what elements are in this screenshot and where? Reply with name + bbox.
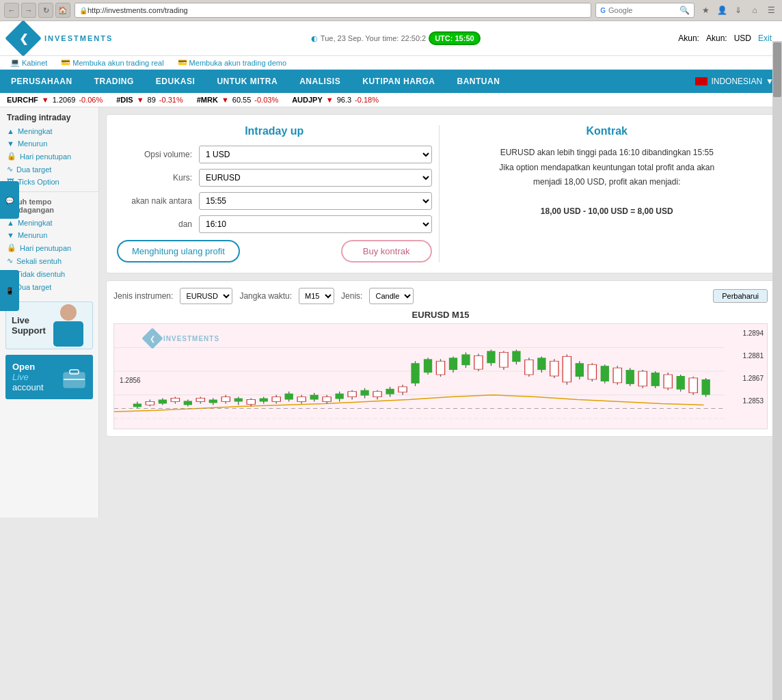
logo-icon: ❮ — [19, 32, 28, 45]
calculate-button[interactable]: Menghitung ulang profit — [117, 240, 240, 262]
nav-language[interactable]: INDONESIAN ▼ — [687, 70, 782, 93]
sidebar-item-dua-target1[interactable]: ∿ Dua target — [0, 163, 98, 176]
sidebar-item-menurun1[interactable]: ▼ Menurun — [0, 137, 98, 150]
menu-icon[interactable]: ☰ — [764, 3, 778, 17]
jangka-waktu-select[interactable]: M15 — [299, 288, 334, 304]
browser-chrome: ← → ↻ 🏠 🔒 http://investments.com/trading… — [0, 0, 782, 21]
bookmark-icon[interactable]: ★ — [699, 3, 712, 17]
svg-rect-99 — [689, 378, 697, 393]
home-nav-icon[interactable]: ⌂ — [748, 3, 761, 17]
chart-watermark: ❮ INVESTMENTS — [145, 331, 219, 346]
user-icon[interactable]: 👤 — [715, 3, 729, 17]
svg-rect-71 — [512, 351, 520, 362]
ticker-arrow: ▼ — [221, 96, 229, 104]
reload-button[interactable]: ↻ — [38, 3, 53, 18]
ticker-chg: -0.03% — [254, 96, 278, 104]
forward-button[interactable]: → — [21, 3, 36, 18]
svg-rect-53 — [399, 387, 407, 392]
price-mid-high: 1.2881 — [742, 352, 764, 360]
kurs-select[interactable]: EURUSD — [199, 169, 432, 187]
language-label: INDONESIAN — [711, 77, 762, 86]
svg-rect-57 — [424, 359, 432, 373]
dan-select[interactable]: 16:10 — [199, 215, 432, 233]
akan-naik-select[interactable]: 15:55 — [199, 192, 432, 210]
intraday-title: Intraday up — [117, 125, 432, 137]
time-text: Tue, 23 Sep. Your time: 22:50:2 — [321, 34, 426, 42]
svg-rect-81 — [576, 363, 584, 377]
svg-rect-65 — [474, 355, 483, 369]
jenis-instrumen-select[interactable]: EURUSD — [180, 288, 232, 304]
content-area: Intraday up Opsi volume: 1 USD Kurs: EUR… — [99, 107, 782, 517]
address-bar[interactable]: 🔒 http://investments.com/trading — [75, 3, 591, 18]
svg-rect-19 — [184, 401, 192, 405]
arrow-up-icon: ▲ — [7, 127, 14, 135]
wave-icon: ∿ — [7, 165, 13, 174]
svg-rect-85 — [601, 366, 609, 381]
nav-edukasi[interactable]: EDUKASI — [145, 70, 206, 93]
svg-rect-11 — [133, 403, 141, 407]
real-account-link[interactable]: 💳 Membuka akun trading real — [61, 58, 163, 67]
sidebar-item-hari-penutupan1[interactable]: 🔒 Hari penutupan — [0, 150, 98, 163]
opsi-volume-select[interactable]: 1 USD — [199, 146, 432, 163]
contract-line1: EURUSD akan lebih tinggi pada 16:10 diba… — [450, 146, 765, 161]
svg-rect-2 — [64, 373, 85, 388]
nav-trading[interactable]: TRADING — [83, 70, 145, 93]
akun-label2: Akun: — [706, 33, 727, 43]
contract-title: Kontrak — [450, 125, 765, 137]
svg-rect-51 — [386, 389, 394, 394]
nav-perusahaan[interactable]: PERUSAHAAN — [0, 70, 83, 93]
price-mid: 1.2867 — [742, 375, 764, 382]
flag-icon — [695, 77, 707, 85]
ticker-audjpy: AUDJPY ▼ 96.3 -0.18% — [292, 96, 379, 104]
scrollbar[interactable] — [772, 41, 782, 517]
kurs-label: Kurs: — [117, 173, 199, 183]
buy-kontrak-button[interactable]: Buy kontrak — [341, 240, 432, 262]
svg-rect-49 — [373, 392, 381, 397]
nav-untuk-mitra[interactable]: UNTUK MITRA — [206, 70, 288, 93]
demo-account-link[interactable]: 💳 Membuka akun trading demo — [178, 58, 286, 67]
phone-side-button[interactable]: 📱 — [0, 270, 19, 311]
url-text: http://investments.com/trading — [87, 6, 188, 14]
akan-naik-row: akan naik antara 15:55 — [117, 192, 432, 210]
ticker-name: #DIS — [116, 96, 133, 104]
lock-icon2: 🔒 — [7, 243, 16, 252]
chart-controls: Jenis instrumen: EURUSD Jangka waktu: M1… — [113, 288, 768, 304]
sidebar-item-hari-penutupan2[interactable]: 🔒 Hari penutupan — [0, 241, 98, 254]
sidebar-item-sekali-sentuh[interactable]: ∿ Sekali sentuh — [0, 254, 98, 267]
svg-point-0 — [60, 304, 77, 321]
svg-rect-37 — [297, 397, 306, 402]
home-button[interactable]: 🏠 — [55, 3, 70, 18]
sidebar-item-meningkat1[interactable]: ▲ Meningkat — [0, 125, 98, 137]
download-icon[interactable]: ⇓ — [731, 3, 745, 17]
svg-rect-41 — [323, 397, 331, 402]
ticker-val: 1.2069 — [53, 96, 76, 104]
nav-analisis[interactable]: ANALISIS — [288, 70, 351, 93]
exit-link[interactable]: Exit — [758, 33, 772, 43]
logo-text: INVESTMENTS — [44, 34, 113, 42]
search-icon[interactable]: 🔍 — [679, 5, 690, 15]
currency-label: USD — [734, 33, 751, 43]
open-account-box[interactable]: Open Live account — [5, 355, 93, 399]
kabinet-link[interactable]: 💻 Kabinet — [10, 58, 47, 67]
chat-side-button[interactable]: 💬 — [0, 181, 19, 219]
ticker-name: #MRK — [197, 96, 218, 104]
opsi-volume-row: Opsi volume: 1 USD — [117, 146, 432, 163]
jenis-chart-select[interactable]: Candle — [369, 288, 414, 304]
search-box[interactable]: G 🔍 — [595, 3, 695, 18]
ticker-arrow: ▼ — [137, 96, 144, 104]
back-button[interactable]: ← — [4, 3, 19, 18]
ticker-chg: -0.31% — [159, 96, 183, 104]
price-low: 1.2853 — [742, 397, 764, 405]
search-input[interactable] — [608, 6, 677, 14]
chat-icon: 💬 — [6, 196, 14, 204]
scrollbar-thumb[interactable] — [773, 42, 781, 97]
sidebar-item-menurun2[interactable]: ▼ Menurun — [0, 229, 98, 241]
svg-rect-27 — [234, 399, 243, 402]
nav-kutipan-harga[interactable]: KUTIPAN HARGA — [351, 70, 446, 93]
ticker-name: EURCHF — [7, 96, 38, 104]
price-high: 1.2894 — [742, 329, 764, 337]
nav-bantuan[interactable]: BANTUAN — [446, 70, 511, 93]
perbaharui-button[interactable]: Perbaharui — [713, 289, 768, 303]
svg-rect-39 — [310, 395, 319, 400]
left-price-label: 1.2856 — [120, 377, 141, 384]
